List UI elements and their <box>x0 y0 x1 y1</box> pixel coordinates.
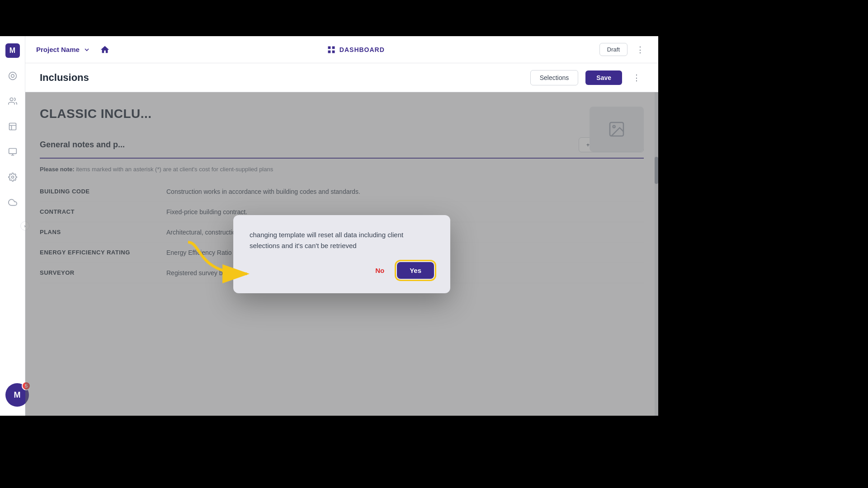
navbar: Project Name DASHBOARD Draft ⋮ <box>25 36 658 63</box>
svg-rect-9 <box>332 50 335 53</box>
page-more-button[interactable]: ⋮ <box>629 70 644 85</box>
dialog-actions: No Yes <box>250 262 434 279</box>
svg-point-0 <box>9 72 16 80</box>
svg-rect-4 <box>9 149 16 154</box>
svg-rect-6 <box>328 46 330 49</box>
sidebar: M <box>0 36 25 416</box>
users-icon[interactable] <box>5 94 20 108</box>
modal-overlay: changing template will reset all data in… <box>25 92 658 416</box>
svg-rect-3 <box>9 123 16 130</box>
navbar-right: Draft ⋮ <box>599 42 647 57</box>
app-logo[interactable]: M <box>5 43 20 58</box>
dashboard-link[interactable]: DASHBOARD <box>119 45 592 54</box>
avatar-letter: M <box>14 390 21 400</box>
home-icon[interactable] <box>98 42 112 57</box>
dialog-yes-button[interactable]: Yes <box>397 262 434 279</box>
dialog-no-button[interactable]: No <box>368 263 392 278</box>
main-content: Project Name DASHBOARD Draft ⋮ <box>25 36 658 416</box>
svg-point-2 <box>10 98 13 101</box>
project-name-text: Project Name <box>36 46 80 53</box>
confirmation-dialog: changing template will reset all data in… <box>233 215 450 293</box>
settings-icon[interactable] <box>5 170 20 184</box>
dashboard-label: DASHBOARD <box>340 46 385 53</box>
dialog-message: changing template will reset all data in… <box>250 230 434 251</box>
selections-button[interactable]: Selections <box>530 70 579 85</box>
svg-point-5 <box>11 176 14 178</box>
svg-rect-8 <box>328 50 330 53</box>
svg-point-1 <box>11 75 14 78</box>
project-name-dropdown[interactable]: Project Name <box>36 46 90 53</box>
monitor-icon[interactable] <box>5 145 20 159</box>
chart-icon[interactable] <box>5 119 20 134</box>
content-area: CLASSIC INCLU... General notes and p... … <box>25 92 658 416</box>
cloud-icon[interactable] <box>5 195 20 210</box>
page-header: Inclusions Selections Save ⋮ <box>25 63 658 92</box>
analytics-icon[interactable] <box>5 69 20 83</box>
page-title: Inclusions <box>40 72 523 84</box>
draft-button[interactable]: Draft <box>599 43 627 56</box>
navbar-more-button[interactable]: ⋮ <box>633 42 647 57</box>
svg-rect-7 <box>332 46 335 49</box>
save-button[interactable]: Save <box>585 70 622 85</box>
